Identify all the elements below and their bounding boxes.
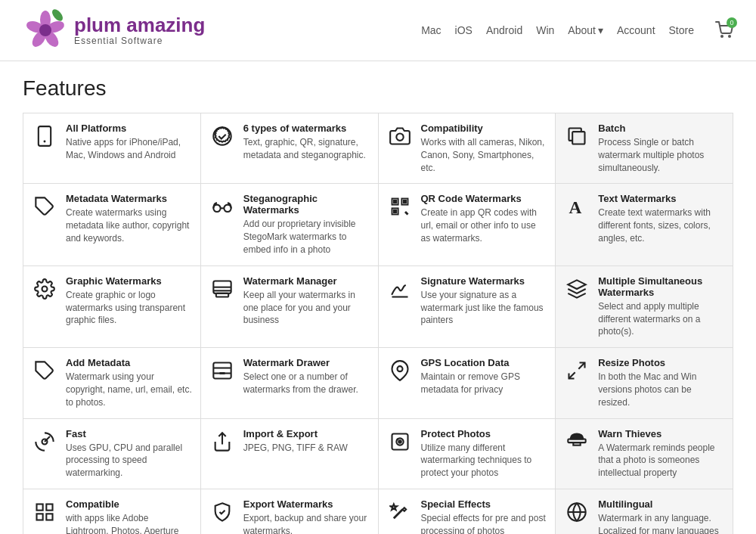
svg-rect-9: [39, 126, 51, 146]
feature-text-signature-watermarks: Signature Watermarks Use your signature …: [421, 275, 548, 327]
cart-button[interactable]: 0: [715, 21, 733, 39]
phone-icon: [31, 123, 58, 150]
svg-marker-37: [569, 280, 586, 289]
feature-desc-text-watermarks: Create text watermarks with different fo…: [598, 206, 725, 244]
feature-text-qr-code: QR Code Watermarks Create in app QR code…: [421, 193, 548, 244]
drawer-icon: [209, 357, 236, 384]
feature-text-compatibility: Compatibility Works with all cameras, Ni…: [421, 123, 548, 174]
qr-icon: [386, 193, 414, 220]
feature-title-resize-photos: Resize Photos: [598, 357, 725, 368]
feature-text-watermark-drawer: Watermark Drawer Select one or a number …: [243, 357, 370, 396]
text-a-icon: A: [563, 193, 590, 220]
feature-cell-metadata-watermarks: Metadata Watermarks Create watermarks us…: [23, 184, 201, 265]
feature-desc-6-types: Text, graphic, QR, signature, metadata a…: [243, 136, 370, 162]
feature-cell-6-types: 6 types of watermarks Text, graphic, QR,…: [201, 113, 379, 184]
feature-text-steganographic: Steganographic Watermarks Add our propri…: [243, 193, 370, 256]
layers-icon: [563, 275, 590, 303]
feature-cell-steganographic: Steganographic Watermarks Add our propri…: [201, 184, 379, 265]
gear-icon: [31, 275, 58, 303]
svg-marker-61: [390, 504, 396, 510]
svg-line-44: [579, 363, 585, 369]
feature-text-protect-photos: Protect Photos Utilize many different wa…: [421, 428, 548, 480]
feature-title-fast: Fast: [66, 428, 193, 439]
feature-desc-metadata-watermarks: Create watermarks using metadata like au…: [66, 206, 193, 244]
feature-desc-resize-photos: In both the Mac and Win versions photos …: [598, 371, 725, 408]
feature-text-compatible: Compatible with apps like Adobe Lightroo…: [66, 498, 193, 534]
speedometer-icon: [31, 428, 58, 455]
tag-icon: [31, 193, 58, 220]
feature-text-resize-photos: Resize Photos In both the Mac and Win ve…: [598, 357, 725, 408]
feature-title-all-platforms: All Platforms: [66, 123, 193, 134]
feature-title-special-effects: Special Effects: [421, 498, 548, 510]
feature-title-watermark-drawer: Watermark Drawer: [243, 357, 370, 368]
feature-text-multiple-simultaneous: Multiple Simultaneous Watermarks Select …: [598, 275, 725, 338]
feature-title-warn-thieves: Warn Thieves: [598, 428, 725, 439]
svg-point-5: [39, 24, 51, 36]
feature-cell-resize-photos: Resize Photos In both the Mac and Win ve…: [556, 348, 733, 418]
svg-point-31: [42, 286, 48, 291]
feature-title-metadata-watermarks: Metadata Watermarks: [66, 193, 193, 204]
feature-title-export-watermarks: Export Watermarks: [243, 498, 370, 510]
svg-rect-23: [393, 210, 396, 213]
feature-cell-special-effects: Special Effects Special effects for pre …: [379, 489, 556, 534]
feature-title-add-metadata: Add Metadata: [66, 357, 193, 368]
feature-text-fast: Fast Uses GPU, CPU and parallel processi…: [66, 428, 193, 480]
feature-title-steganographic: Steganographic Watermarks: [243, 193, 370, 216]
feature-cell-export-watermarks: Export Watermarks Export, backup and sha…: [201, 489, 379, 534]
chevron-down-icon: ▾: [598, 24, 603, 36]
logo-icon: [23, 8, 68, 53]
feature-title-signature-watermarks: Signature Watermarks: [421, 275, 548, 287]
feature-desc-special-effects: Special effects for pre and post process…: [421, 512, 548, 534]
feature-cell-compatibility: Compatibility Works with all cameras, Ni…: [379, 113, 556, 184]
feature-desc-batch: Process Single or batch watermark multip…: [598, 136, 725, 174]
feature-text-add-metadata: Add Metadata Watermark using your copyri…: [66, 357, 193, 408]
svg-line-59: [393, 509, 402, 518]
resize-icon: [563, 357, 590, 384]
feature-desc-import-export: JPEG, PNG, TIFF & RAW: [243, 442, 370, 455]
logo[interactable]: plum amazing Essential Software: [23, 8, 205, 53]
nav-store[interactable]: Store: [669, 24, 694, 36]
nav-win[interactable]: Win: [536, 24, 554, 36]
page-title: Features: [23, 76, 733, 101]
nav-mac[interactable]: Mac: [421, 24, 441, 36]
feature-cell-gps-location: GPS Location Data Maintain or remove GPS…: [379, 348, 556, 418]
feature-text-watermark-manager: Watermark Manager Keep all your watermar…: [243, 275, 370, 327]
svg-rect-54: [574, 442, 581, 446]
feature-text-all-platforms: All Platforms Native apps for iPhone/iPa…: [66, 123, 193, 162]
nav-ios[interactable]: iOS: [455, 24, 472, 36]
feature-desc-protect-photos: Utilize many different watermarking tech…: [421, 442, 548, 480]
feature-title-batch: Batch: [598, 123, 725, 134]
cart-count: 0: [727, 17, 737, 28]
pin-icon: [386, 357, 414, 384]
feature-desc-fast: Uses GPU, CPU and parallel processing to…: [66, 442, 193, 480]
svg-line-52: [396, 438, 398, 439]
feature-title-compatibility: Compatibility: [421, 123, 548, 134]
tray-icon: [209, 275, 236, 303]
svg-point-8: [728, 35, 731, 38]
feature-desc-watermark-manager: Keep all your watermarks in one place fo…: [243, 289, 370, 327]
star-wand-icon: [386, 498, 414, 526]
svg-line-29: [405, 212, 408, 215]
feature-desc-compatibility: Works with all cameras, Nikon, Canon, So…: [421, 136, 548, 174]
feature-desc-qr-code: Create in app QR codes with url, email o…: [421, 206, 548, 244]
feature-cell-qr-code: QR Code Watermarks Create in app QR code…: [379, 184, 556, 265]
svg-text:A: A: [569, 198, 582, 218]
export-icon: [209, 428, 236, 455]
nav-about[interactable]: About ▾: [568, 24, 603, 36]
feature-desc-signature-watermarks: Use your signature as a watermark just l…: [421, 289, 548, 327]
feature-title-text-watermarks: Text Watermarks: [598, 193, 725, 204]
svg-rect-57: [37, 514, 43, 520]
feature-cell-graphic-watermarks: Graphic Watermarks Create graphic or log…: [23, 266, 201, 348]
feature-title-6-types: 6 types of watermarks: [243, 123, 370, 134]
feature-cell-text-watermarks: A Text Watermarks Create text watermarks…: [556, 184, 733, 265]
main-nav: Mac iOS Android Win About ▾ Account Stor…: [421, 21, 733, 39]
feature-title-import-export: Import & Export: [243, 428, 370, 439]
batch-icon: [563, 123, 590, 150]
feature-title-qr-code: QR Code Watermarks: [421, 193, 548, 204]
logo-text-sub: Essential Software: [74, 36, 205, 46]
main-content: Features All Platforms Native apps for i…: [0, 61, 756, 534]
nav-android[interactable]: Android: [486, 24, 522, 36]
feature-title-gps-location: GPS Location Data: [421, 357, 548, 368]
nav-account[interactable]: Account: [617, 24, 655, 36]
svg-rect-14: [572, 132, 584, 144]
